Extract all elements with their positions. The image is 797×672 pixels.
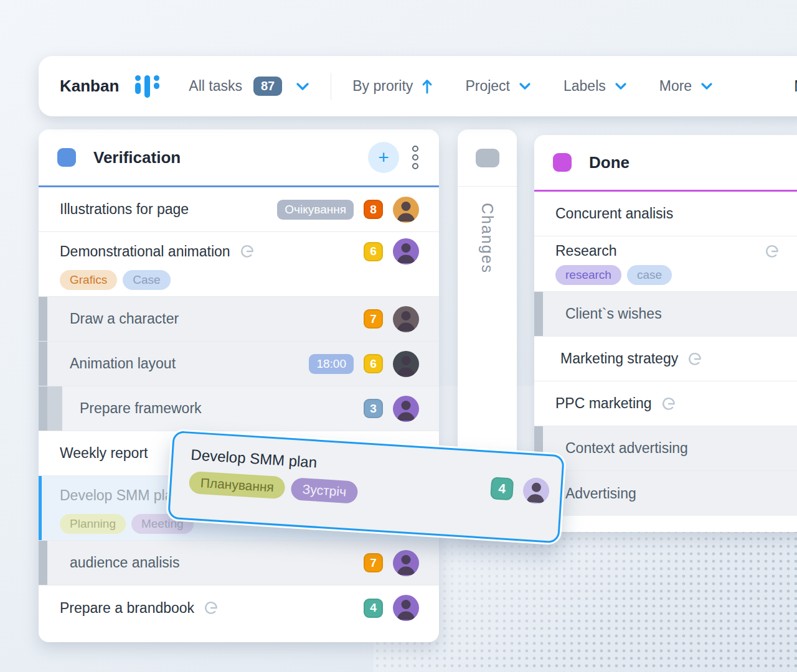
task-meta-cluster: 3 <box>364 396 439 422</box>
task-row[interactable]: Concurent analisis <box>534 192 797 236</box>
task-meta-cluster: 7 <box>364 550 439 576</box>
task-row[interactable]: PPC marketing <box>534 381 797 426</box>
avatar <box>393 238 419 264</box>
task-count-badge: 7 <box>364 553 383 572</box>
task-row-line: PPC marketing <box>534 395 797 412</box>
task-count-badge: 6 <box>364 242 383 261</box>
link-icon <box>764 244 781 259</box>
task-title: Illustrations for page <box>60 201 189 218</box>
task-row-line: Research <box>534 243 797 259</box>
task-row-line: Draw a character7 <box>39 306 439 332</box>
task-tags: GraficsCase <box>39 270 439 290</box>
sort-control[interactable]: By prority <box>352 78 433 95</box>
task-title: Develop SMM plan <box>60 487 181 504</box>
task-count-badge: 6 <box>364 354 383 373</box>
column-changes-header <box>458 129 517 187</box>
board-title: Kanban <box>60 77 119 96</box>
avatar <box>393 595 419 621</box>
task-count-badge: 7 <box>364 309 383 329</box>
column-menu-icon[interactable] <box>410 141 420 174</box>
task-title: Marketing strategy <box>560 350 678 367</box>
chevron-down-icon <box>519 82 531 90</box>
tag: research <box>555 265 621 285</box>
project-menu[interactable]: Project <box>465 78 531 95</box>
task-title: Animation layout <box>70 355 176 372</box>
column-title: Done <box>589 153 630 172</box>
sort-ascending-icon <box>422 78 433 95</box>
task-row[interactable]: audience analisis7 <box>39 541 439 586</box>
task-row-line: Animation layout18:006 <box>39 351 439 377</box>
labels-menu-label: Labels <box>564 78 606 95</box>
task-row-line: Advertising <box>534 485 797 502</box>
more-menu-label: More <box>659 78 692 95</box>
column-title: Verification <box>93 148 181 167</box>
task-row-line: Demonstrational animation6 <box>39 238 439 264</box>
task-meta-cluster: 4 <box>364 595 439 621</box>
task-row[interactable]: Marketing strategy <box>534 337 797 381</box>
tag: Case <box>123 270 170 290</box>
task-row[interactable]: Illustrations for pageОчікування8 <box>39 187 439 232</box>
link-icon <box>203 600 220 615</box>
task-row[interactable]: Researchresearchcase <box>534 236 797 292</box>
task-meta-cluster: 7 <box>364 306 439 332</box>
column-verification: Verification + Illustrations for pageОчі… <box>39 129 439 642</box>
column-done: Done Concurent analisisResearchresearchc… <box>534 135 797 532</box>
column-verification-header: Verification + <box>39 129 439 185</box>
tag: Planning <box>60 514 126 534</box>
task-count-badge: 4 <box>364 599 383 618</box>
task-row-line: audience analisis7 <box>39 550 439 576</box>
task-tags: researchcase <box>534 265 797 285</box>
avatar <box>393 197 419 223</box>
toolbar-divider <box>331 73 331 100</box>
avatar <box>393 306 419 332</box>
task-count-badge: 4 <box>490 477 514 500</box>
task-row[interactable]: Context advertising <box>534 426 797 471</box>
task-row[interactable]: Demonstrational animation6GraficsCase <box>39 232 439 297</box>
chevron-down-icon[interactable] <box>296 82 309 91</box>
tag: Планування <box>189 471 286 500</box>
task-title: Prepare a brandbook <box>60 600 194 617</box>
task-title: Demonstrational animation <box>60 243 230 260</box>
task-row[interactable]: Client`s wishes <box>534 292 797 337</box>
status-badge: Очікування <box>277 200 354 220</box>
task-row[interactable]: Prepare framework3 <box>39 386 439 431</box>
link-icon <box>239 244 256 259</box>
avatar <box>522 477 550 505</box>
task-row[interactable]: Animation layout18:006 <box>39 342 439 386</box>
task-meta-cluster: 18:006 <box>309 351 439 377</box>
task-title: Prepare framework <box>80 400 202 417</box>
column-title-vertical: Changes <box>478 203 496 274</box>
task-title: Client`s wishes <box>565 306 662 322</box>
chevron-down-icon <box>700 82 713 90</box>
tag: case <box>627 265 672 285</box>
task-row-line: Illustrations for pageОчікування8 <box>39 197 439 223</box>
tasks-count-badge: 87 <box>253 77 282 96</box>
labels-menu[interactable]: Labels <box>564 78 627 95</box>
link-icon <box>687 352 704 366</box>
column-color-swatch <box>553 153 572 172</box>
avatar <box>393 550 419 576</box>
task-title: Context advertising <box>565 440 688 457</box>
time-badge: 18:00 <box>309 354 354 374</box>
more-menu[interactable]: More <box>659 78 713 95</box>
task-row-line: Concurent analisis <box>534 205 797 222</box>
chevron-down-icon <box>615 82 627 90</box>
task-title: PPC marketing <box>555 395 652 412</box>
task-title: Concurent analisis <box>555 205 673 222</box>
task-title: Draw a character <box>70 310 179 327</box>
task-row-line: Prepare framework3 <box>39 396 439 422</box>
tasks-filter[interactable]: All tasks <box>189 78 242 95</box>
task-row[interactable]: Advertising <box>534 471 797 516</box>
avatar <box>393 396 419 422</box>
task-row[interactable]: Draw a character7 <box>39 297 439 342</box>
task-row[interactable]: Prepare a brandbook4 <box>39 586 439 630</box>
task-row-line: Prepare a brandbook4 <box>39 595 439 621</box>
sort-label: By prority <box>352 78 413 95</box>
add-task-button[interactable]: + <box>368 142 399 173</box>
clipped-menu-label[interactable]: M <box>794 77 797 95</box>
kanban-logo-icon <box>134 72 161 101</box>
tag: Grafics <box>60 270 117 290</box>
task-count-badge: 8 <box>364 200 383 219</box>
project-menu-label: Project <box>465 78 510 95</box>
avatar <box>393 351 419 377</box>
